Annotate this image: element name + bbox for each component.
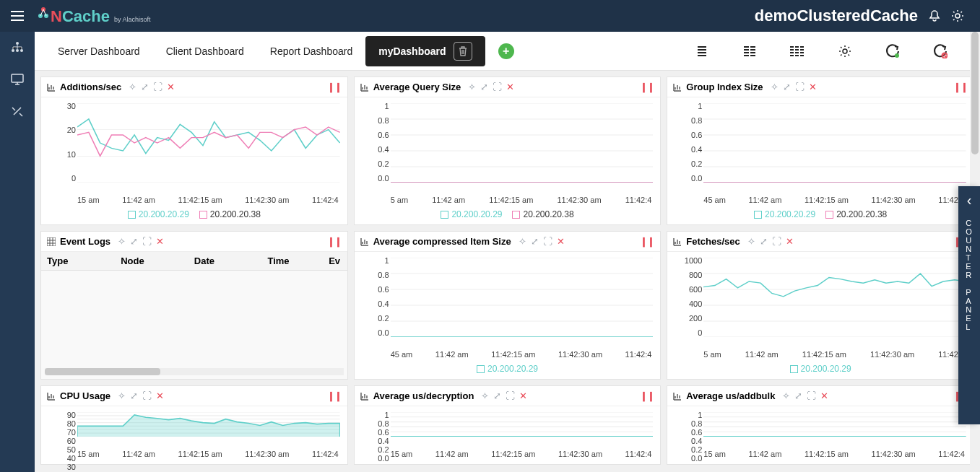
dashboard-content: Additions/sec ✧ ⤢ ⛶ ✕ ❙❙ 3020100 15 am11… (35, 71, 980, 472)
card-header: Average us/decryption ✧ ⤢ ⛶ ✕ ❙❙ (355, 386, 661, 406)
scrollbar-thumb[interactable] (971, 32, 979, 154)
fullscreen-icon[interactable]: ⛶ (543, 236, 552, 247)
settings-button[interactable] (837, 43, 853, 59)
wand-icon[interactable]: ✧ (468, 82, 476, 92)
close-icon[interactable]: ✕ (820, 390, 828, 401)
fullscreen-icon[interactable]: ⛶ (807, 390, 816, 401)
wand-icon[interactable]: ✧ (782, 390, 790, 401)
chart-icon (360, 237, 369, 246)
scrollbar-thumb[interactable] (45, 368, 160, 375)
refresh-stop-button[interactable] (932, 43, 948, 59)
pause-icon[interactable]: ❙❙ (327, 82, 342, 92)
add-dashboard-button[interactable]: + (498, 43, 514, 59)
fullscreen-icon[interactable]: ⛶ (493, 82, 502, 92)
close-icon[interactable]: ✕ (786, 236, 794, 247)
close-icon[interactable]: ✕ (167, 82, 175, 92)
card-c7: Average us/decryption ✧ ⤢ ⛶ ✕ ❙❙ 10.80.6… (354, 385, 662, 465)
expand-icon[interactable]: ⤢ (141, 82, 149, 92)
wand-icon[interactable]: ✧ (481, 390, 489, 401)
gear-icon[interactable] (951, 9, 964, 22)
sidebar-item-tools[interactable] (10, 104, 25, 118)
bell-icon[interactable] (928, 9, 941, 22)
card-title: Average us/addbulk (686, 390, 775, 401)
wand-icon[interactable]: ✧ (771, 82, 779, 92)
sidebar-item-cluster[interactable] (10, 40, 25, 55)
card-c4: Average compressed Item Size ✧ ⤢ ⛶ ✕ ❙❙ … (354, 231, 662, 380)
wand-icon[interactable]: ✧ (519, 236, 526, 247)
expand-icon[interactable]: ⤢ (760, 236, 768, 247)
card-c6: CPU Usage ✧ ⤢ ⛶ ✕ ❙❙ 9080706050403020 15… (40, 385, 348, 465)
layout-1col-button[interactable] (694, 43, 710, 59)
close-icon[interactable]: ✕ (809, 82, 817, 92)
delete-dashboard-button[interactable] (454, 42, 472, 61)
layout-3col-button[interactable] (789, 43, 805, 59)
svg-point-3 (955, 14, 960, 18)
tab-client-dashboard[interactable]: Client Dashboard (153, 40, 257, 63)
chart-legend: 20.200.20.2920.200.20.38 (44, 207, 344, 222)
pause-icon[interactable]: ❙❙ (327, 390, 342, 401)
close-icon[interactable]: ✕ (519, 390, 527, 401)
card-header: Group Index Size ✧ ⤢ ⛶ ✕ ❙❙ (667, 77, 974, 97)
plot-area (391, 412, 654, 437)
sidebar-item-monitor[interactable] (10, 72, 25, 87)
fullscreen-icon[interactable]: ⛶ (142, 390, 152, 401)
fullscreen-icon[interactable]: ⛶ (795, 82, 805, 92)
expand-icon[interactable]: ⤢ (493, 390, 501, 401)
logo-icon (38, 6, 49, 22)
y-axis: 10.80.60.40.20.0 (672, 102, 702, 183)
pause-icon[interactable]: ❙❙ (640, 236, 654, 247)
tab-report-dashboard[interactable]: Report Dashboard (257, 40, 365, 63)
close-icon[interactable]: ✕ (156, 236, 164, 247)
expand-icon[interactable]: ⤢ (531, 236, 539, 247)
close-icon[interactable]: ✕ (557, 236, 565, 247)
svg-point-7 (20, 49, 23, 52)
svg-rect-8 (12, 74, 23, 82)
expand-icon[interactable]: ⤢ (783, 82, 791, 92)
card-header: CPU Usage ✧ ⤢ ⛶ ✕ ❙❙ (41, 386, 347, 406)
expand-icon[interactable]: ⤢ (130, 390, 138, 401)
wand-icon[interactable]: ✧ (118, 390, 126, 401)
svg-point-5 (12, 49, 14, 52)
pause-icon[interactable]: ❙❙ (640, 390, 654, 401)
brand-byline: by Alachisoft (114, 16, 151, 23)
close-icon[interactable]: ✕ (506, 82, 514, 92)
card-header: Event Logs ✧ ⤢ ⛶ ✕ ❙❙ (41, 232, 347, 252)
y-axis: 10.80.60.40.20.0 (359, 411, 389, 437)
horizontal-scrollbar[interactable] (45, 368, 344, 375)
fullscreen-icon[interactable]: ⛶ (772, 236, 781, 247)
cache-name: demoClusteredCache (755, 6, 918, 25)
wand-icon[interactable]: ✧ (747, 236, 755, 247)
fullscreen-icon[interactable]: ⛶ (142, 236, 152, 247)
card-title: Average us/decryption (373, 390, 474, 401)
pause-icon[interactable]: ❙❙ (953, 82, 968, 92)
counter-panel-toggle[interactable]: ‹ COUNTER PANEL (958, 186, 980, 424)
chart-icon (47, 83, 56, 92)
refresh-ok-button[interactable] (885, 43, 901, 59)
pause-icon[interactable]: ❙❙ (640, 82, 654, 92)
card-c3: Event Logs ✧ ⤢ ⛶ ✕ ❙❙ Type Node Date Tim… (40, 231, 348, 380)
chart-body: 10.80.60.40.20.0 45 am11:42 am11:42:15 a… (667, 97, 974, 224)
toolbar-right (694, 43, 970, 59)
card-c2: Group Index Size ✧ ⤢ ⛶ ✕ ❙❙ 10.80.60.40.… (667, 77, 974, 225)
tab-mydashboard[interactable]: myDashboard (365, 36, 485, 66)
tab-server-dashboard[interactable]: Server Dashboard (45, 40, 153, 63)
expand-icon[interactable]: ⤢ (130, 236, 138, 247)
expand-icon[interactable]: ⤢ (794, 390, 802, 401)
card-c1: Average Query Size ✧ ⤢ ⛶ ✕ ❙❙ 10.80.60.4… (354, 77, 662, 225)
hamburger-menu[interactable] (0, 0, 35, 32)
chart-body: 10.80.60.40.20.0 15 am11:42 am11:42:15 a… (355, 406, 661, 464)
pause-icon[interactable]: ❙❙ (327, 236, 342, 247)
wand-icon[interactable]: ✧ (129, 82, 136, 92)
chart-body: 10.80.60.40.20.0 5 am11:42 am11:42:15 am… (355, 97, 661, 224)
wand-icon[interactable]: ✧ (118, 236, 126, 247)
fullscreen-icon[interactable]: ⛶ (153, 82, 162, 92)
fullscreen-icon[interactable]: ⛶ (506, 390, 515, 401)
close-icon[interactable]: ✕ (156, 390, 164, 401)
chart-legend: 20.200.20.29 (357, 362, 658, 376)
layout-2col-button[interactable] (742, 43, 758, 59)
left-sidebar (0, 32, 35, 472)
expand-icon[interactable]: ⤢ (480, 82, 488, 92)
plot-area (703, 258, 966, 337)
chart-legend: 20.200.20.29 (670, 362, 971, 376)
plot-area (391, 103, 654, 183)
